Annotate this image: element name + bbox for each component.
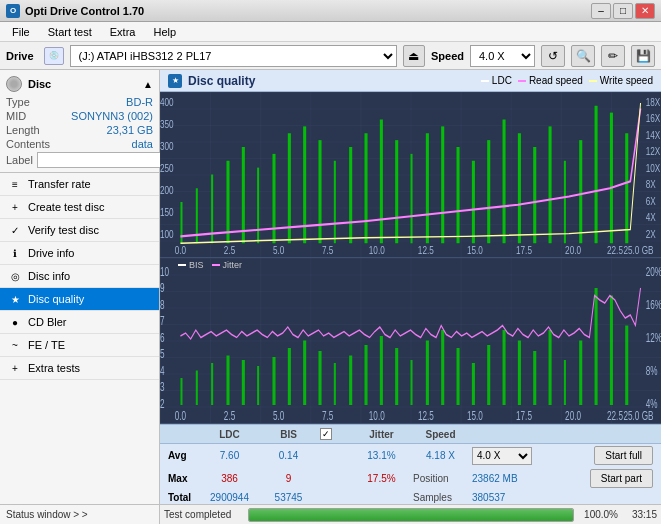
legend-jitter: Jitter	[223, 260, 243, 270]
transfer-rate-icon: ≡	[8, 177, 22, 191]
menu-file[interactable]: File	[4, 24, 38, 40]
svg-rect-21	[226, 161, 229, 244]
svg-text:350: 350	[160, 118, 174, 130]
start-full-button[interactable]: Start full	[594, 446, 653, 465]
svg-text:22.5: 22.5	[607, 409, 623, 422]
refresh-button[interactable]: ↺	[541, 45, 565, 67]
start-part-button[interactable]: Start part	[590, 469, 653, 488]
menu-extra[interactable]: Extra	[102, 24, 144, 40]
sidebar-item-fe-te[interactable]: ~ FE / TE	[0, 334, 159, 357]
svg-text:12.5: 12.5	[418, 409, 434, 422]
svg-rect-30	[364, 133, 367, 243]
label-label: Label	[6, 154, 33, 166]
stats-avg-row: Avg 7.60 0.14 13.1% 4.18 X 4.0 X Start f…	[160, 444, 661, 467]
svg-text:150: 150	[160, 206, 174, 218]
speed-avg-select[interactable]: 4.0 X	[472, 447, 532, 465]
progress-bar-container	[248, 508, 574, 522]
progress-percent: 100.0%	[578, 509, 618, 520]
sidebar-item-transfer-rate[interactable]: ≡ Transfer rate	[0, 173, 159, 196]
label-input[interactable]	[37, 152, 170, 168]
eject-button[interactable]: ⏏	[403, 45, 425, 67]
max-label: Max	[168, 473, 198, 484]
status-window-button[interactable]: Status window > >	[0, 504, 159, 524]
sidebar-item-disc-info[interactable]: ◎ Disc info	[0, 265, 159, 288]
nav-label-verify-test-disc: Verify test disc	[28, 224, 151, 236]
save-button[interactable]: 💾	[631, 45, 655, 67]
sidebar-item-drive-info[interactable]: ℹ Drive info	[0, 242, 159, 265]
sidebar-item-extra-tests[interactable]: + Extra tests	[0, 357, 159, 380]
sidebar-item-disc-quality[interactable]: ★ Disc quality	[0, 288, 159, 311]
stats-max-row: Max 386 9 17.5% Position 23862 MB Start …	[160, 467, 661, 490]
svg-text:6X: 6X	[646, 195, 656, 207]
ldc-chart: 18X 16X 14X 12X 10X 8X 6X 4X 2X 400 350 …	[160, 92, 661, 257]
drive-icon: 💿	[44, 47, 64, 65]
extra-tests-icon: +	[8, 361, 22, 375]
menu-help[interactable]: Help	[145, 24, 184, 40]
legend-write-speed: Write speed	[589, 75, 653, 86]
jitter-checkbox[interactable]: ✓	[320, 428, 332, 440]
svg-text:5.0: 5.0	[273, 244, 285, 256]
minimize-button[interactable]: –	[591, 3, 611, 19]
stats-total-row: Total 2900944 53745 Samples 380537	[160, 490, 661, 505]
svg-text:22.5: 22.5	[607, 244, 623, 256]
col-jitter: Jitter	[354, 429, 409, 440]
drive-info-icon: ℹ	[8, 246, 22, 260]
total-bis: 53745	[261, 492, 316, 503]
type-label: Type	[6, 96, 30, 108]
samples-label: Samples	[413, 492, 468, 503]
svg-rect-77	[211, 363, 213, 405]
svg-text:4%: 4%	[646, 397, 658, 410]
svg-text:20.0: 20.0	[565, 409, 581, 422]
max-bis: 9	[261, 473, 316, 484]
drive-select[interactable]: (J:) ATAPI iHBS312 2 PL17	[70, 45, 397, 67]
charts-area: 18X 16X 14X 12X 10X 8X 6X 4X 2X 400 350 …	[160, 92, 661, 424]
legend-ldc-label: LDC	[492, 75, 512, 86]
svg-rect-82	[288, 348, 291, 405]
total-ldc: 2900944	[202, 492, 257, 503]
svg-text:16X: 16X	[646, 112, 661, 124]
svg-rect-22	[242, 147, 245, 243]
legend-read-speed: Read speed	[518, 75, 583, 86]
svg-text:5.0: 5.0	[273, 409, 285, 422]
svg-text:10X: 10X	[646, 162, 661, 174]
maximize-button[interactable]: □	[613, 3, 633, 19]
nav-label-extra-tests: Extra tests	[28, 362, 151, 374]
position-label: Position	[413, 473, 468, 484]
write-button[interactable]: ✏	[601, 45, 625, 67]
sidebar-item-cd-bler[interactable]: ● CD Bler	[0, 311, 159, 334]
svg-text:10.0: 10.0	[369, 409, 385, 422]
svg-text:8: 8	[160, 298, 165, 311]
drive-bar: Drive 💿 (J:) ATAPI iHBS312 2 PL17 ⏏ Spee…	[0, 42, 661, 70]
stats-bar: LDC BIS ✓ Jitter Speed Avg 7.60 0.14 13.…	[160, 424, 661, 504]
avg-bis: 0.14	[261, 450, 316, 461]
sidebar-item-create-test-disc[interactable]: + Create test disc	[0, 196, 159, 219]
svg-text:2X: 2X	[646, 228, 656, 240]
svg-rect-88	[380, 336, 383, 405]
close-button[interactable]: ✕	[635, 3, 655, 19]
svg-rect-41	[533, 147, 536, 243]
svg-text:2.5: 2.5	[224, 409, 236, 422]
disc-icon	[6, 76, 22, 92]
svg-rect-103	[610, 296, 613, 406]
disc-expand-button[interactable]: ▲	[143, 79, 153, 90]
svg-rect-33	[411, 154, 413, 243]
svg-rect-38	[487, 140, 490, 243]
menu-start-test[interactable]: Start test	[40, 24, 100, 40]
svg-rect-101	[579, 341, 582, 406]
svg-rect-36	[457, 147, 460, 243]
svg-text:7.5: 7.5	[322, 409, 334, 422]
bis-chart: 20% 16% 12% 8% 4% 10 9 8 7 6 5 4 3 2	[160, 258, 661, 423]
scan-button[interactable]: 🔍	[571, 45, 595, 67]
svg-rect-44	[579, 140, 582, 243]
sidebar-item-verify-test-disc[interactable]: ✓ Verify test disc	[0, 219, 159, 242]
svg-text:15.0: 15.0	[467, 409, 483, 422]
speed-select[interactable]: 4.0 X	[470, 45, 535, 67]
sidebar: Disc ▲ Type BD-R MID SONYNN3 (002) Lengt…	[0, 70, 160, 524]
nav-label-cd-bler: CD Bler	[28, 316, 151, 328]
svg-rect-83	[303, 341, 306, 406]
create-disc-icon: +	[8, 200, 22, 214]
nav-label-drive-info: Drive info	[28, 247, 151, 259]
svg-rect-95	[487, 345, 490, 405]
svg-rect-76	[196, 371, 198, 406]
svg-rect-47	[625, 133, 628, 243]
